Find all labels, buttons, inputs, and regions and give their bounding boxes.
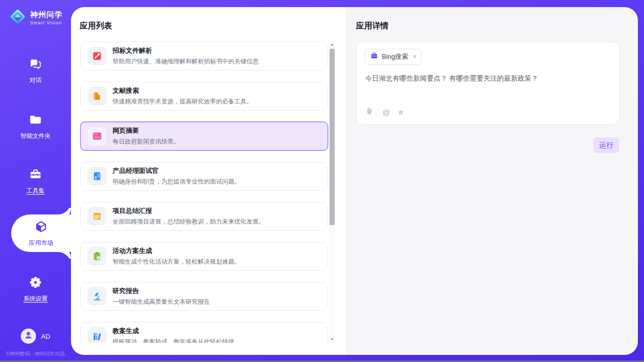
app-list-item[interactable]: 文献搜索 快速精准查找学术资源，提高研究效率的必备工具。 bbox=[80, 82, 328, 111]
cube-icon bbox=[33, 220, 49, 237]
toolbox-icon bbox=[28, 167, 43, 184]
app-desc: 一键智能生成高质量长文本研究报告 bbox=[113, 298, 210, 306]
app-desc: 全面回顾项目进展，总结经验教训，助力未来优化发展。 bbox=[113, 218, 265, 226]
prompt-card: Bing搜索 × 今日湖北有哪些新闻要点？ 有哪些需要关注的最新政策？ @ # bbox=[356, 42, 620, 125]
prompt-toolbar: @ # bbox=[365, 107, 403, 118]
app-detail-title: 应用详情 bbox=[356, 21, 388, 31]
tool-chip-bing-search[interactable]: Bing搜索 × bbox=[365, 49, 422, 65]
app-list: 招标文件解析 帮助用户快速、准确地理解和解析招标书中的关键信息 文献搜索 快速精… bbox=[80, 42, 329, 343]
app-list-item[interactable]: </> 网页摘要 每日政府新闻资讯快查。 bbox=[80, 122, 328, 151]
scrollbar-down-arrow[interactable]: ▼ bbox=[329, 337, 335, 343]
app-title: 产品经理面试官 bbox=[113, 166, 240, 175]
tool-chip-label: Bing搜索 bbox=[382, 52, 408, 61]
app-title: 活动方案生成 bbox=[113, 246, 240, 256]
sidebar-item-label: 工具集 bbox=[26, 187, 45, 195]
sidebar-item-settings[interactable]: 系统设置 bbox=[0, 275, 71, 303]
edit-doc-icon bbox=[88, 47, 106, 65]
app-title: 招标文件解析 bbox=[113, 46, 259, 55]
copyright-footer: ©神州数码 · 神州问学出品 bbox=[0, 350, 71, 357]
app-title: 教案生成 bbox=[113, 327, 234, 336]
main-content: 应用列表 招标文件解析 帮助用户快速、准确地理解和解析招标书中的关键信息 文献搜… bbox=[71, 7, 638, 355]
person-icon bbox=[23, 330, 33, 342]
app-desc: 明确身份和职责，为您提供专业性的面试问题。 bbox=[113, 177, 240, 186]
app-desc: 每日政府新闻资讯快查。 bbox=[113, 137, 180, 146]
app-title: 项目总结汇报 bbox=[113, 206, 265, 215]
chat-icon bbox=[28, 57, 43, 73]
sidebar-item-label: 对话 bbox=[29, 76, 42, 85]
sidebar-item-chat[interactable]: 对话 bbox=[0, 57, 71, 85]
sidebar-item-toolset[interactable]: 工具集 bbox=[0, 167, 71, 195]
gear-icon bbox=[28, 275, 43, 292]
app-list-viewport: 招标文件解析 帮助用户快速、准确地理解和解析招标书中的关键信息 文献搜索 快速精… bbox=[80, 42, 329, 343]
app-detail-panel: 应用详情 Bing搜索 × 今日湖北有哪些新闻要点？ 有哪些需要关注的最新政策？ bbox=[346, 7, 638, 355]
app-desc: 快速精准查找学术资源，提高研究效率的必备工具。 bbox=[113, 97, 253, 106]
app-list-item[interactable]: 活动方案生成 智能生成个性化活动方案，轻松解决规划难题。 bbox=[80, 242, 328, 271]
app-list-item[interactable]: 研究报告 一键智能生成高质量长文本研究报告 bbox=[80, 282, 328, 311]
app-list-item[interactable]: 招标文件解析 帮助用户快速、准确地理解和解析招标书中的关键信息 bbox=[80, 42, 328, 70]
svg-text:</>: </> bbox=[94, 135, 100, 139]
app-desc: 智能生成个性化活动方案，轻松解决规划难题。 bbox=[113, 258, 240, 266]
close-icon[interactable]: × bbox=[413, 53, 416, 60]
mention-icon[interactable]: @ bbox=[382, 108, 390, 116]
sidebar-item-label: 系统设置 bbox=[23, 295, 48, 303]
sidebar-item-label: 应用市场 bbox=[29, 239, 53, 247]
app-list-title: 应用列表 bbox=[80, 21, 112, 31]
app-list-item[interactable]: 产品经理面试官 明确身份和职责，为您提供专业性的面试问题。 bbox=[80, 162, 328, 191]
app-title: 文献搜索 bbox=[113, 86, 253, 95]
user-name: AD bbox=[41, 333, 50, 340]
app-list-panel: 应用列表 招标文件解析 帮助用户快速、准确地理解和解析招标书中的关键信息 文献搜… bbox=[71, 7, 346, 355]
scrollbar-up-arrow[interactable]: ▲ bbox=[329, 42, 335, 48]
scrollbar[interactable]: ▲ ▼ bbox=[329, 42, 335, 343]
notepad-icon bbox=[88, 207, 106, 226]
hash-icon[interactable]: # bbox=[399, 108, 403, 116]
app-title: 网页摘要 bbox=[113, 126, 180, 135]
scrollbar-thumb[interactable] bbox=[330, 49, 335, 225]
paperclip-icon[interactable] bbox=[365, 107, 374, 118]
app-desc: 模板驱动，教案秒成，教学准备从此轻松快捷 bbox=[113, 338, 234, 343]
sidebar-item-smart-folder[interactable]: 智能文件夹 bbox=[0, 113, 71, 140]
microscope-icon bbox=[88, 287, 106, 306]
run-button[interactable]: 运行 bbox=[593, 137, 619, 153]
folder-icon bbox=[28, 113, 43, 129]
brand-subtitle: Smart Vision bbox=[30, 20, 63, 25]
app-list-item[interactable]: 教案生成 模板驱动，教案秒成，教学准备从此轻松快捷 bbox=[80, 322, 328, 343]
sidebar: 神州问学 Smart Vision 对话 智能文件夹 bbox=[0, 0, 71, 362]
app-desc: 帮助用户快速、准确地理解和解析招标书中的关键信息 bbox=[113, 57, 259, 66]
prompt-input[interactable]: 今日湖北有哪些新闻要点？ 有哪些需要关注的最新政策？ bbox=[365, 74, 611, 84]
brand-name: 神州问学 bbox=[30, 10, 63, 20]
interview-doc-icon bbox=[88, 167, 106, 186]
book-icon bbox=[88, 87, 106, 105]
avatar bbox=[21, 329, 36, 344]
clipboard-check-icon bbox=[88, 247, 106, 266]
user-profile[interactable]: AD bbox=[0, 329, 71, 344]
books-icon bbox=[88, 327, 106, 343]
app-list-item[interactable]: 项目总结汇报 全面回顾项目进展，总结经验教训，助力未来优化发展。 bbox=[80, 202, 328, 231]
sidebar-item-app-market[interactable]: 应用市场 bbox=[11, 214, 71, 252]
web-code-icon: </> bbox=[88, 127, 106, 146]
app-title: 研究报告 bbox=[113, 286, 210, 296]
briefcase-icon bbox=[370, 52, 378, 62]
sidebar-item-label: 智能文件夹 bbox=[20, 132, 51, 140]
app-logo: 神州问学 Smart Vision bbox=[0, 8, 71, 28]
diamond-logo-icon bbox=[9, 8, 27, 28]
